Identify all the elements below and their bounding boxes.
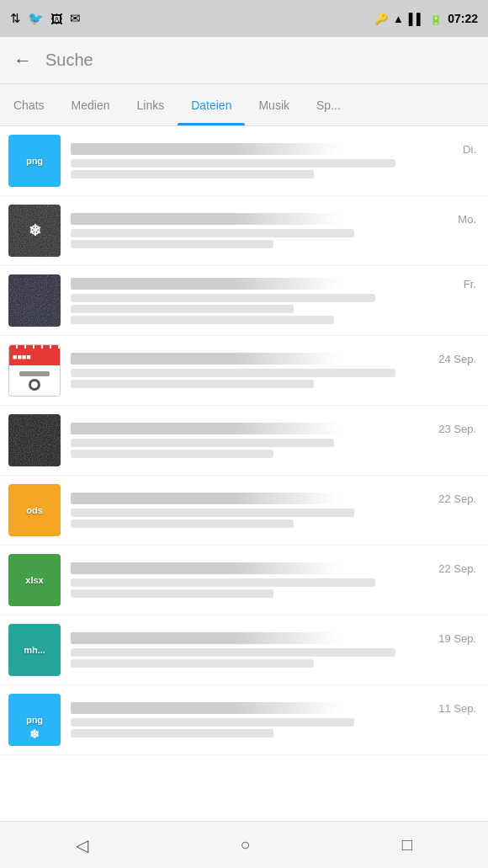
status-icons-right: 🔑 ▲ ▌▌ 🔋 07:22 (374, 12, 478, 25)
list-item[interactable]: ❄ Mo. (0, 196, 488, 266)
file-name (71, 562, 340, 574)
file-date: 19 Sep. (438, 632, 476, 645)
search-title: Suche (45, 51, 93, 70)
file-date: Mo. (458, 213, 476, 226)
icon-label: xlsx (25, 575, 43, 585)
file-date: 11 Sep. (438, 702, 476, 715)
file-info: Mo. (71, 213, 476, 248)
tab-medien[interactable]: Medien (58, 84, 124, 125)
icon-label: mh... (24, 645, 45, 655)
file-info: 24 Sep. (71, 353, 476, 388)
file-subinfo (71, 229, 476, 248)
file-subinfo (71, 578, 476, 598)
file-list: png Di. ❄ Mo. (0, 126, 488, 802)
tab-musik[interactable]: Musik (245, 84, 303, 125)
icon-label: ods (26, 505, 43, 515)
file-name (71, 423, 340, 434)
file-info: 22 Sep. (71, 562, 476, 598)
tab-dateien[interactable]: Dateien (178, 84, 245, 125)
file-date: Fr. (464, 278, 476, 290)
list-item[interactable]: png ❄ 11 Sep. (0, 685, 488, 755)
icon-label: png (26, 715, 43, 725)
file-info: Di. (71, 143, 476, 178)
header: ← Suche (0, 37, 488, 84)
file-date: Di. (463, 143, 476, 156)
file-date: 22 Sep. (438, 493, 476, 505)
file-icon-image: ❄ (8, 205, 61, 257)
list-item[interactable]: 23 Sep. (0, 406, 488, 476)
tabs-bar: Chats Medien Links Dateien Musik Sp... (0, 84, 488, 126)
list-item[interactable]: Fr. (0, 266, 488, 336)
back-button[interactable]: ← (13, 50, 32, 72)
file-name (71, 213, 340, 225)
file-date: 24 Sep. (438, 353, 476, 365)
battery-icon: 🔋 (429, 13, 443, 25)
tab-sp[interactable]: Sp... (303, 84, 354, 125)
mail-icon: ✉ (70, 11, 81, 26)
file-name (71, 353, 340, 365)
image-icon: 🖼 (50, 12, 63, 26)
file-icon-xlsx: xlsx (8, 554, 61, 606)
file-info: 23 Sep. (71, 423, 476, 458)
key-icon: 🔑 (374, 13, 388, 25)
tab-chats[interactable]: Chats (0, 84, 58, 125)
list-item[interactable]: ods 22 Sep. (0, 476, 488, 546)
file-subinfo (71, 718, 476, 738)
file-name (71, 143, 340, 155)
list-item[interactable]: xlsx 22 Sep. (0, 546, 488, 615)
status-time: 07:22 (448, 12, 478, 25)
nav-recents-button[interactable]: □ (382, 828, 432, 861)
file-info: Fr. (71, 278, 476, 324)
file-name (71, 493, 340, 504)
file-subinfo (71, 369, 476, 388)
file-date: 23 Sep. (438, 423, 476, 435)
file-subinfo (71, 509, 476, 528)
icon-label: png (26, 156, 43, 166)
file-icon-png: png (8, 135, 61, 187)
file-subinfo (71, 159, 476, 178)
file-info: 11 Sep. (71, 702, 476, 738)
file-name (71, 278, 340, 290)
file-icon-vmdk: ■■■■ (8, 344, 61, 397)
status-bar: ⇅ 🐦 🖼 ✉ 🔑 ▲ ▌▌ 🔋 07:22 (0, 0, 488, 37)
file-info: 22 Sep. (71, 493, 476, 528)
file-icon-image2 (8, 274, 61, 327)
file-name (71, 702, 340, 714)
nav-home-button[interactable]: ○ (220, 828, 270, 861)
file-info: 19 Sep. (71, 632, 476, 668)
status-icons-left: ⇅ 🐦 🖼 ✉ (10, 11, 81, 26)
file-subinfo (71, 648, 476, 668)
file-icon-image3 (8, 414, 61, 466)
twitter-icon: 🐦 (28, 11, 44, 26)
tab-links[interactable]: Links (124, 84, 178, 125)
file-icon-mh: mh... (8, 624, 61, 676)
list-item[interactable]: ■■■■ 24 Sep. (0, 336, 488, 406)
list-item[interactable]: png Di. (0, 126, 488, 196)
nav-bar: ◁ ○ □ (0, 821, 488, 868)
file-subinfo (71, 294, 476, 324)
nav-back-button[interactable]: ◁ (56, 828, 109, 862)
arrow-icon: ⇅ (10, 11, 21, 26)
file-icon-png2: png ❄ (8, 694, 61, 746)
list-item[interactable]: mh... 19 Sep. (0, 615, 488, 685)
file-icon-ods: ods (8, 484, 61, 536)
signal-icon: ▌▌ (409, 13, 424, 25)
wifi-icon: ▲ (393, 13, 404, 25)
file-name (71, 632, 340, 644)
file-date: 22 Sep. (438, 562, 476, 575)
file-subinfo (71, 439, 476, 458)
